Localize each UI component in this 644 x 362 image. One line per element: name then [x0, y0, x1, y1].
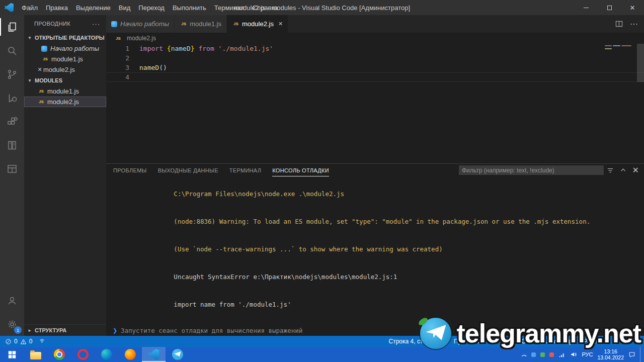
folder-header[interactable]: ▾ MODULES: [24, 75, 106, 86]
open-editor-item[interactable]: ✕ module1.js: [24, 54, 106, 64]
menu-item[interactable]: Выделение: [72, 0, 115, 15]
firefox-button[interactable]: [118, 347, 142, 362]
app-icon: [30, 352, 41, 359]
main-area: 1 ПРОВОДНИК ··· ▾ ОТКРЫТЫЕ РЕДАКТОРЫ ✕ Н…: [0, 15, 644, 336]
debug-console-input[interactable]: [121, 327, 644, 334]
status-item[interactable]: Пробелы: 4: [449, 338, 491, 345]
settings-badge: 1: [14, 326, 22, 334]
minimize-icon[interactable]: [575, 0, 598, 15]
volume-icon[interactable]: [570, 351, 577, 358]
outline-section-header[interactable]: ▸ СТРУКТУРА: [24, 324, 106, 336]
panel-tab[interactable]: КОНСОЛЬ ОТЛАДКИ: [272, 164, 329, 176]
settings-gear-icon[interactable]: 1: [0, 312, 24, 336]
line-number[interactable]: 2: [106, 53, 129, 63]
status-item[interactable]: Prettier: [579, 338, 607, 345]
chrome-button[interactable]: [47, 347, 71, 362]
close-panel-icon[interactable]: ✕: [632, 165, 639, 175]
keyboard-language[interactable]: РУС: [582, 351, 593, 357]
tray-app-icon[interactable]: [531, 352, 536, 357]
file-tree-item[interactable]: module2.js: [24, 97, 106, 107]
panel-tab[interactable]: ВЫХОДНЫЕ ДАННЫЕ: [158, 164, 218, 176]
maximize-icon[interactable]: [598, 0, 621, 15]
breadcrumb[interactable]: module2.js: [106, 33, 644, 44]
close-icon[interactable]: ✕: [36, 66, 43, 73]
code-line[interactable]: 3 nameD(): [106, 63, 644, 72]
start-button[interactable]: [0, 347, 24, 362]
tray-app-icon[interactable]: [549, 352, 554, 357]
file-explorer-button[interactable]: [24, 347, 47, 362]
split-editor-icon[interactable]: [615, 20, 623, 28]
book-icon[interactable]: [0, 133, 24, 157]
status-extra-icon[interactable]: [39, 338, 45, 345]
open-editor-item[interactable]: ✕ Начало работы: [24, 43, 106, 54]
warning-count[interactable]: 0: [29, 338, 33, 345]
file-name: module1.js: [47, 87, 79, 95]
open-editor-item[interactable]: ✕ module2.js: [24, 64, 106, 75]
scrollbar-thumb[interactable]: [637, 44, 644, 82]
editor-tab[interactable]: module2.js ✕: [227, 15, 288, 33]
file-icon: [232, 20, 240, 28]
telegram-button[interactable]: [166, 347, 189, 362]
source-control-icon[interactable]: [0, 62, 24, 86]
opera-button[interactable]: [71, 347, 95, 362]
warnings-icon[interactable]: [20, 338, 27, 345]
tab-label: Начало работы: [120, 20, 169, 28]
show-desktop-button[interactable]: [640, 347, 642, 362]
code-line[interactable]: 4: [106, 72, 644, 82]
menu-item[interactable]: Выполнить: [169, 0, 210, 15]
status-left: 0 0: [0, 338, 45, 345]
extensions-icon[interactable]: [0, 110, 24, 133]
explorer-icon[interactable]: [0, 15, 24, 39]
filter-levels-icon[interactable]: [607, 167, 614, 174]
editor-tab[interactable]: module1.js ✕: [175, 15, 227, 33]
code-line[interactable]: 2: [106, 53, 644, 63]
minimap[interactable]: [605, 45, 635, 51]
vscode-button[interactable]: [142, 347, 166, 362]
close-icon[interactable]: ✕: [621, 0, 644, 15]
file-tree-item[interactable]: module1.js: [24, 86, 106, 97]
edge-button[interactable]: [95, 347, 118, 362]
panel-tab[interactable]: ТЕРМИНАЛ: [229, 164, 261, 176]
status-item[interactable]: JavaScript: [541, 338, 579, 345]
time: 13:16: [597, 348, 624, 354]
errors-icon[interactable]: [5, 338, 12, 345]
search-icon[interactable]: [0, 39, 24, 62]
menu-item[interactable]: Переход: [134, 0, 169, 15]
more-actions-icon[interactable]: ···: [92, 20, 100, 28]
filter-input[interactable]: [459, 165, 604, 175]
editor-tab[interactable]: Начало работы ✕: [106, 15, 175, 33]
line-number[interactable]: 1: [106, 44, 129, 53]
notifications-bell-icon[interactable]: [607, 338, 623, 345]
action-center-icon[interactable]: [628, 351, 635, 358]
menu-item[interactable]: Файл: [18, 0, 42, 15]
menu-item[interactable]: Правка: [42, 0, 72, 15]
panel-tab[interactable]: ПРОБЛЕМЫ: [113, 164, 147, 176]
error-count[interactable]: 0: [14, 338, 18, 345]
line-content: nameD(): [129, 63, 167, 72]
close-icon[interactable]: ✕: [278, 21, 283, 27]
more-actions-icon[interactable]: ···: [630, 20, 638, 29]
network-icon[interactable]: [558, 351, 566, 358]
maximize-panel-icon[interactable]: [620, 167, 626, 173]
console-line: C:\Program Files\nodejs\node.exe .\modul…: [121, 180, 644, 208]
run-debug-icon[interactable]: [0, 86, 24, 110]
menu-item[interactable]: Вид: [115, 0, 135, 15]
status-item[interactable]: Строка 4, столбец 1: [384, 338, 449, 345]
status-item[interactable]: CRLF: [517, 338, 541, 345]
tray-shield-icon[interactable]: [540, 352, 545, 357]
app-icon: [172, 349, 183, 360]
code-editor[interactable]: 1 import {nameD} from './module1.js' 2 3…: [106, 44, 644, 163]
status-item[interactable]: UTF-8: [491, 338, 517, 345]
line-number[interactable]: 3: [106, 63, 129, 72]
hidden-icons-chevron-icon[interactable]: ︿: [521, 351, 527, 358]
editor-scrollbar[interactable]: [637, 44, 644, 163]
open-editors-header[interactable]: ▾ ОТКРЫТЫЕ РЕДАКТОРЫ: [24, 32, 106, 43]
clock[interactable]: 13:16 13.04.2022: [597, 348, 624, 360]
account-icon[interactable]: [0, 289, 24, 312]
window-title: module2.js - modules - Visual Studio Cod…: [234, 4, 410, 12]
code-token: './module1.js': [218, 45, 274, 52]
code-line[interactable]: 1 import {nameD} from './module1.js': [106, 44, 644, 53]
layout-icon[interactable]: [0, 157, 24, 180]
status-bar: 0 0 Строка 4, столбец 1Пробелы: 4UTF-8CR…: [0, 336, 644, 347]
line-number[interactable]: 4: [106, 72, 129, 82]
